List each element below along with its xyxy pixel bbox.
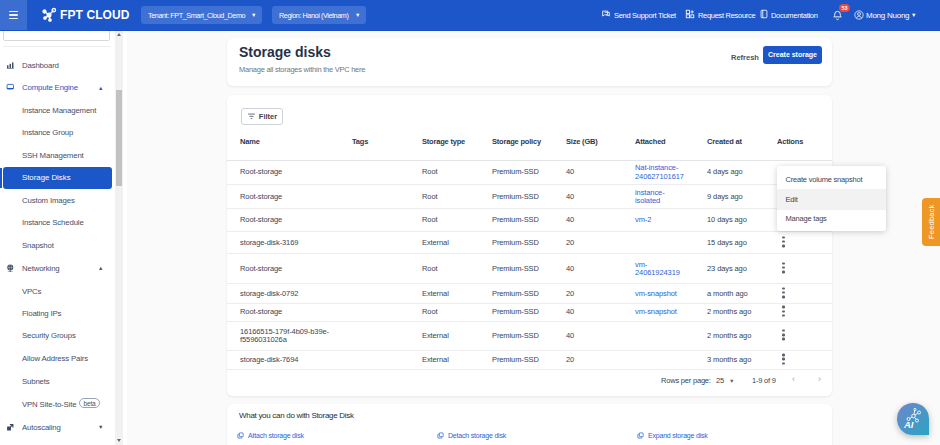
svg-text:AI: AI — [903, 419, 914, 430]
